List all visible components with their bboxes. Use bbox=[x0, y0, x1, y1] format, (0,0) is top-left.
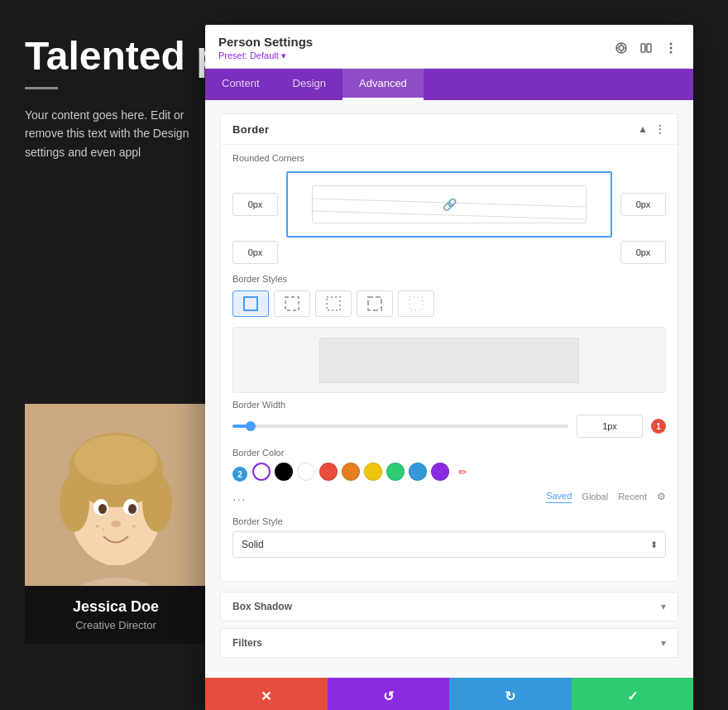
color-tab-global[interactable]: Global bbox=[582, 490, 608, 503]
svg-point-5 bbox=[60, 474, 89, 532]
bg-text: Your content goes here. Edit or remove t… bbox=[25, 106, 215, 161]
border-menu-btn[interactable]: ⋮ bbox=[654, 122, 666, 136]
box-shadow-title: Box Shadow bbox=[232, 601, 292, 612]
modal-title: Person Settings bbox=[218, 35, 313, 49]
dashed-border-3-icon bbox=[366, 295, 383, 312]
corner-top-right-input[interactable] bbox=[620, 193, 666, 216]
rounded-corners-label: Rounded Corners bbox=[232, 153, 666, 163]
target-icon-btn[interactable] bbox=[612, 39, 630, 57]
color-tab-recent[interactable]: Recent bbox=[618, 490, 647, 503]
color-swatch-green[interactable] bbox=[386, 463, 405, 481]
border-section-body: Rounded Corners bbox=[221, 144, 678, 581]
corner-bottom-left-input[interactable] bbox=[232, 241, 278, 264]
svg-rect-32 bbox=[327, 297, 340, 310]
color-swatch-black[interactable] bbox=[275, 463, 293, 481]
border-style-select-row: Solid Dashed Dotted Double Groove Ridge … bbox=[232, 531, 666, 558]
svg-point-15 bbox=[132, 525, 136, 528]
border-section-header[interactable]: Border ▲ ⋮ bbox=[221, 114, 678, 144]
columns-icon bbox=[640, 42, 652, 54]
person-info: Jessica Doe Creative Director bbox=[25, 586, 207, 644]
svg-point-12 bbox=[111, 521, 121, 527]
filters-title: Filters bbox=[232, 637, 262, 649]
no-border-icon bbox=[408, 295, 424, 312]
svg-point-24 bbox=[670, 43, 673, 46]
columns-icon-btn[interactable] bbox=[637, 39, 655, 57]
color-swatch-orange[interactable] bbox=[342, 463, 360, 481]
person-card: Jessica Doe Creative Director bbox=[25, 404, 207, 644]
color-more-btn[interactable]: ··· bbox=[232, 492, 246, 507]
svg-rect-23 bbox=[647, 44, 651, 52]
svg-rect-33 bbox=[368, 297, 381, 310]
border-style-options bbox=[232, 290, 666, 317]
modal-footer: ✕ ↺ ↻ ✓ bbox=[205, 678, 693, 710]
color-tab-saved[interactable]: Saved bbox=[546, 489, 572, 503]
border-preview-area bbox=[232, 327, 666, 393]
color-swatch-purple[interactable] bbox=[431, 463, 449, 481]
link-icon[interactable]: 🔗 bbox=[443, 198, 457, 211]
filters-section: Filters ▾ bbox=[220, 628, 678, 658]
box-shadow-header[interactable]: Box Shadow ▾ bbox=[221, 592, 678, 621]
border-style-select[interactable]: Solid Dashed Dotted Double Groove Ridge … bbox=[232, 531, 666, 558]
border-styles-label: Border Styles bbox=[232, 274, 666, 284]
border-preview-rect bbox=[319, 338, 578, 383]
color-settings-icon[interactable]: ⚙ bbox=[657, 491, 666, 502]
svg-rect-31 bbox=[285, 297, 299, 310]
color-swatch-red[interactable] bbox=[319, 463, 338, 481]
border-section: Border ▲ ⋮ Rounded Corners bbox=[220, 113, 678, 582]
modal-title-group: Person Settings Preset: Default bbox=[218, 35, 313, 61]
border-style-dashed1-btn[interactable] bbox=[274, 290, 310, 317]
color-swatch-blue[interactable] bbox=[409, 463, 427, 481]
color-swatches: ✏ bbox=[252, 463, 472, 481]
color-swatch-white[interactable] bbox=[252, 463, 271, 481]
person-settings-modal: Person Settings Preset: Default bbox=[205, 25, 693, 710]
border-color-label: Border Color bbox=[232, 448, 666, 458]
border-width-input[interactable] bbox=[577, 415, 643, 438]
corner-bottom-right-input[interactable] bbox=[620, 241, 666, 264]
border-width-badge: 1 bbox=[651, 419, 666, 434]
filters-header[interactable]: Filters ▾ bbox=[221, 629, 678, 657]
rounded-corners-control: 🔗 bbox=[232, 171, 666, 264]
solid-border-icon bbox=[242, 295, 259, 312]
modal-header-icons bbox=[612, 39, 680, 57]
border-width-label: Border Width bbox=[232, 400, 666, 410]
person-image bbox=[25, 404, 207, 586]
undo-button[interactable]: ↺ bbox=[328, 678, 450, 710]
color-swatch-white2[interactable] bbox=[297, 463, 315, 481]
tab-advanced[interactable]: Advanced bbox=[342, 69, 424, 100]
slider-thumb[interactable] bbox=[246, 421, 256, 431]
border-style-dashed3-btn[interactable] bbox=[357, 290, 393, 317]
border-style-none-btn[interactable] bbox=[398, 290, 434, 317]
svg-rect-34 bbox=[410, 297, 423, 310]
border-style-solid-btn[interactable] bbox=[232, 290, 269, 317]
svg-point-14 bbox=[103, 529, 105, 531]
cancel-button[interactable]: ✕ bbox=[205, 678, 328, 710]
tab-design[interactable]: Design bbox=[276, 69, 342, 100]
corner-bottom-row bbox=[232, 241, 666, 264]
modal-preset[interactable]: Preset: Default bbox=[218, 50, 313, 61]
border-width-slider[interactable] bbox=[232, 425, 568, 428]
svg-point-7 bbox=[74, 435, 157, 485]
border-collapse-btn[interactable]: ▲ bbox=[638, 123, 648, 135]
modal-header: Person Settings Preset: Default bbox=[205, 25, 693, 69]
corner-top-left-input[interactable] bbox=[232, 193, 278, 216]
svg-point-17 bbox=[619, 46, 624, 50]
modal-body: Border ▲ ⋮ Rounded Corners bbox=[205, 100, 693, 678]
svg-point-13 bbox=[96, 525, 99, 528]
corner-preview-box: 🔗 bbox=[286, 171, 612, 237]
redo-button[interactable]: ↻ bbox=[449, 678, 572, 710]
border-width-slider-row: 1 bbox=[232, 415, 666, 438]
border-style-field-label: Border Style bbox=[232, 516, 666, 526]
more-options-btn[interactable] bbox=[662, 39, 680, 57]
tab-content[interactable]: Content bbox=[205, 69, 276, 100]
dashed-border-2-icon bbox=[325, 295, 342, 312]
border-style-dashed2-btn[interactable] bbox=[315, 290, 352, 317]
color-pencil-btn[interactable]: ✏ bbox=[453, 463, 472, 481]
save-button[interactable]: ✓ bbox=[572, 678, 694, 710]
svg-point-25 bbox=[670, 47, 673, 50]
border-color-badge: 2 bbox=[232, 467, 247, 482]
svg-point-10 bbox=[98, 504, 107, 514]
svg-rect-22 bbox=[641, 44, 645, 52]
color-swatch-yellow[interactable] bbox=[364, 463, 382, 481]
svg-line-28 bbox=[313, 211, 586, 219]
box-shadow-section: Box Shadow ▾ bbox=[220, 592, 678, 621]
